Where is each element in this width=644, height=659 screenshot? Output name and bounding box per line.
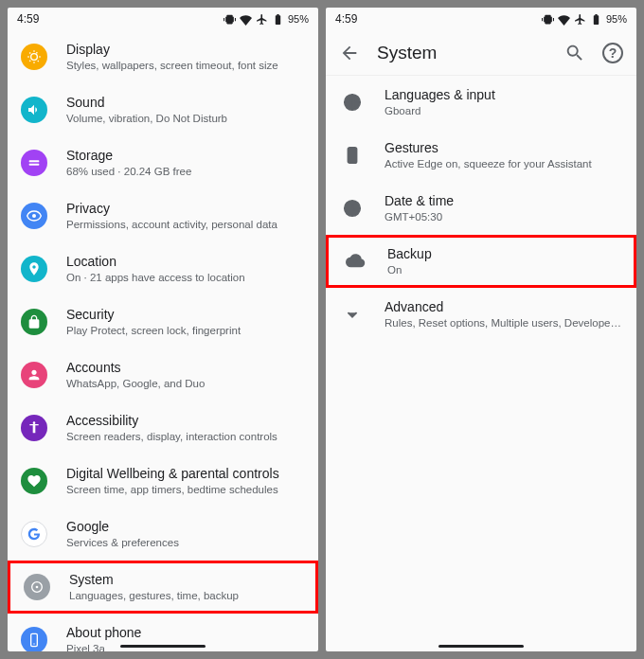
about-icon: [21, 627, 47, 651]
item-sub: Languages, gestures, time, backup: [69, 589, 302, 603]
status-time: 4:59: [335, 12, 357, 26]
item-system[interactable]: System Languages, gestures, time, backup: [8, 561, 318, 614]
system-icon: [24, 574, 50, 600]
item-accessibility[interactable]: Accessibility Screen readers, display, i…: [8, 401, 318, 454]
svg-point-7: [33, 643, 34, 644]
battery-pct: 95%: [606, 13, 627, 25]
item-title: Google: [66, 518, 305, 535]
location-icon: [21, 256, 47, 282]
item-gestures[interactable]: Gestures Active Edge on, squeeze for you…: [326, 129, 636, 182]
svg-rect-9: [348, 148, 356, 164]
item-title: Backup: [387, 245, 620, 262]
privacy-icon: [21, 203, 47, 229]
svg-point-5: [36, 586, 39, 589]
back-icon[interactable]: [339, 43, 360, 63]
vibrate-icon: [224, 13, 236, 26]
search-icon[interactable]: [564, 43, 585, 63]
clock-icon: [339, 195, 366, 222]
item-title: Storage: [66, 147, 305, 164]
google-icon: [21, 521, 47, 547]
item-sub: Screen time, app timers, bedtime schedul…: [66, 483, 305, 497]
svg-point-2: [32, 214, 36, 218]
item-display[interactable]: Display Styles, wallpapers, screen timeo…: [8, 30, 318, 83]
battery-icon: [590, 13, 602, 26]
item-languages[interactable]: Languages & input Gboard: [326, 76, 636, 129]
item-title: Sound: [66, 94, 305, 111]
item-title: About phone: [66, 624, 305, 641]
airplane-icon: [256, 13, 268, 26]
item-accounts[interactable]: Accounts WhatsApp, Google, and Duo: [8, 348, 318, 401]
item-wellbeing[interactable]: Digital Wellbeing & parental controls Sc…: [8, 454, 318, 508]
chevron-down-icon: [339, 301, 366, 328]
item-datetime[interactable]: Date & time GMT+05:30: [326, 182, 636, 235]
display-icon: [21, 44, 47, 70]
globe-icon: [339, 89, 366, 116]
airplane-icon: [574, 13, 586, 26]
item-sub: Permissions, account activity, personal …: [66, 218, 305, 232]
item-sub: Rules, Reset options, Multiple users, De…: [385, 316, 623, 330]
item-privacy[interactable]: Privacy Permissions, account activity, p…: [8, 189, 318, 242]
svg-rect-6: [31, 633, 38, 646]
settings-list: Display Styles, wallpapers, screen timeo…: [8, 30, 318, 651]
nav-bar[interactable]: [438, 645, 524, 648]
help-icon[interactable]: ?: [602, 43, 623, 63]
wellbeing-icon: [21, 468, 47, 494]
svg-rect-0: [29, 160, 40, 162]
storage-icon: [21, 150, 47, 176]
backup-icon: [342, 248, 368, 275]
battery-pct: 95%: [288, 13, 309, 25]
svg-rect-1: [29, 164, 40, 166]
item-title: Gestures: [385, 139, 623, 156]
page-title: System: [377, 43, 547, 63]
item-title: System: [69, 571, 302, 588]
item-sub: Volume, vibration, Do Not Disturb: [66, 112, 305, 126]
system-screen: 4:59 95% System ? Languages & input Gboa…: [326, 8, 636, 651]
item-sound[interactable]: Sound Volume, vibration, Do Not Disturb: [8, 83, 318, 136]
status-icons: 95%: [542, 13, 627, 26]
security-icon: [21, 309, 47, 335]
sound-icon: [21, 97, 47, 123]
item-google[interactable]: Google Services & preferences: [8, 508, 318, 561]
item-title: Display: [66, 41, 305, 58]
item-sub: 68% used · 20.24 GB free: [66, 165, 305, 179]
item-sub: Gboard: [385, 104, 623, 118]
item-title: Digital Wellbeing & parental controls: [66, 465, 305, 482]
accounts-icon: [21, 362, 47, 388]
system-list: Languages & input Gboard Gestures Active…: [326, 76, 636, 651]
wifi-icon: [558, 13, 570, 26]
system-header: System ?: [326, 30, 636, 76]
item-title: Privacy: [66, 200, 305, 217]
nav-bar[interactable]: [120, 645, 206, 648]
item-sub: Styles, wallpapers, screen timeout, font…: [66, 59, 305, 73]
battery-icon: [272, 13, 284, 26]
item-sub: GMT+05:30: [385, 210, 623, 224]
gestures-icon: [339, 142, 366, 169]
item-advanced[interactable]: Advanced Rules, Reset options, Multiple …: [326, 288, 636, 341]
wifi-icon: [240, 13, 252, 26]
settings-screen: 4:59 95% Display Styles, wallpapers, scr…: [8, 8, 318, 651]
status-icons: 95%: [224, 13, 309, 26]
item-storage[interactable]: Storage 68% used · 20.24 GB free: [8, 136, 318, 189]
svg-point-3: [33, 421, 36, 424]
accessibility-icon: [21, 415, 47, 441]
item-location[interactable]: Location On · 21 apps have access to loc…: [8, 242, 318, 295]
item-title: Location: [66, 253, 305, 270]
item-backup[interactable]: Backup On: [326, 235, 636, 288]
item-sub: Services & preferences: [66, 536, 305, 550]
item-sub: Active Edge on, squeeze for your Assista…: [385, 157, 623, 171]
item-security[interactable]: Security Play Protect, screen lock, fing…: [8, 295, 318, 348]
item-sub: WhatsApp, Google, and Duo: [66, 377, 305, 391]
item-sub: On: [387, 263, 620, 277]
item-title: Security: [66, 306, 305, 323]
item-title: Accessibility: [66, 412, 305, 429]
item-sub: On · 21 apps have access to location: [66, 271, 305, 285]
status-bar: 4:59 95%: [8, 8, 318, 30]
vibrate-icon: [542, 13, 554, 26]
status-bar: 4:59 95%: [326, 8, 636, 30]
item-title: Advanced: [385, 298, 623, 315]
item-title: Date & time: [385, 192, 623, 209]
item-sub: Play Protect, screen lock, fingerprint: [66, 324, 305, 338]
item-sub: Screen readers, display, interaction con…: [66, 430, 305, 444]
status-time: 4:59: [17, 12, 39, 26]
item-title: Languages & input: [385, 86, 623, 103]
